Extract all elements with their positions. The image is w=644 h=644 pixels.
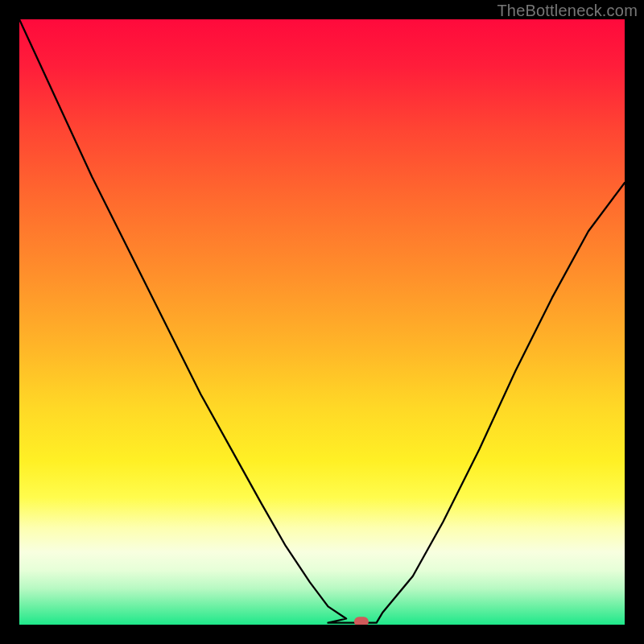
bottleneck-curve bbox=[19, 19, 625, 623]
watermark-text: TheBottleneck.com bbox=[497, 2, 638, 20]
bottleneck-plot-svg bbox=[19, 19, 625, 625]
optimum-marker bbox=[354, 617, 369, 625]
chart-container: TheBottleneck.com bbox=[0, 0, 644, 644]
plot-area bbox=[19, 19, 625, 625]
